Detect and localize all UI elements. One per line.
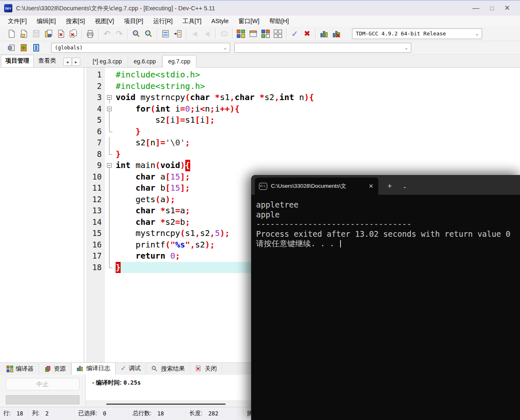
fold-marker[interactable] xyxy=(105,103,114,115)
tab-scroll-left-icon[interactable]: ◂ xyxy=(63,58,72,66)
fold-marker xyxy=(105,205,114,217)
open-file-icon[interactable] xyxy=(18,28,30,39)
code-line-8[interactable]: 8} xyxy=(84,149,520,160)
line-number: 17 xyxy=(84,250,105,262)
code-line-6[interactable]: 6 } xyxy=(84,126,520,138)
insert-icon[interactable] xyxy=(172,28,184,39)
tab-row: 项目管理查看类◂▸ [*] eg.3.cppeg.6.cppeg.7.cpp xyxy=(0,54,520,67)
panel-tab-1[interactable]: 查看类 xyxy=(34,55,61,67)
terminal-tab-close-icon[interactable]: ✕ xyxy=(368,183,374,189)
fold-marker xyxy=(105,126,114,138)
resources-icon xyxy=(44,365,51,373)
fold-marker xyxy=(105,239,114,251)
close-file-icon[interactable] xyxy=(55,28,67,39)
abort-button[interactable]: 中止 xyxy=(6,378,79,390)
members-select[interactable]: ⌄ xyxy=(234,43,411,53)
compile-icon[interactable] xyxy=(235,28,247,39)
menu-item-8[interactable]: 窗口[W] xyxy=(234,16,264,26)
editor-tab-2[interactable]: eg.7.cpp xyxy=(162,55,197,68)
fold-marker[interactable] xyxy=(105,160,114,171)
undo-icon: ↶ xyxy=(101,28,113,39)
compiler-select[interactable]: TDM-GCC 4.9.2 64-bit Release⌄ xyxy=(352,28,482,39)
menu-item-7[interactable]: AStyle xyxy=(207,17,233,25)
bottom-tab-3[interactable]: ✓调试 xyxy=(116,362,146,375)
minimize-button[interactable]: — xyxy=(472,4,479,12)
replace-icon[interactable] xyxy=(143,28,154,39)
menu-item-0[interactable]: 文件[F] xyxy=(3,16,31,26)
compiler-grid-icon xyxy=(7,366,13,372)
syntax-check-icon[interactable]: ✓ xyxy=(289,28,301,39)
code-line-4[interactable]: 4 for(int i=0;i<n;i++){ xyxy=(84,103,520,115)
code-line-3[interactable]: 3void mystrncpy(char *s1,char *s2,int n)… xyxy=(84,92,520,103)
maximize-button[interactable]: □ xyxy=(490,4,493,12)
cmd-icon: C:\ xyxy=(259,183,267,190)
close-all-icon[interactable] xyxy=(68,28,79,39)
terminal-line-0: appletree xyxy=(256,200,520,210)
secondary-toolbar: (globals)⌄⌄ xyxy=(0,41,520,54)
globals-select[interactable]: (globals)⌄ xyxy=(51,43,230,53)
project-panel[interactable] xyxy=(0,68,84,362)
goto-line-icon[interactable] xyxy=(160,28,171,39)
terminal-dropdown-icon[interactable]: ⌄ xyxy=(403,184,407,189)
code-line-1[interactable]: 1#include<stdio.h> xyxy=(84,69,520,81)
terminal-line-4: 请按任意键继续. . . xyxy=(256,239,520,249)
terminal-tab[interactable]: C:\ C:\Users\33028\Documents\文 ✕ xyxy=(255,177,378,195)
new-window-icon[interactable] xyxy=(6,42,17,53)
line-number: 6 xyxy=(84,126,105,138)
menu-item-9[interactable]: 帮助[H] xyxy=(265,16,294,26)
line-number: 2 xyxy=(84,81,105,92)
add-file-icon[interactable] xyxy=(18,42,30,53)
close-x-icon xyxy=(195,365,203,373)
remove-file-icon[interactable] xyxy=(30,42,42,53)
panel-tab-0[interactable]: 项目管理 xyxy=(1,55,34,67)
close-button[interactable]: ✕ xyxy=(504,4,510,12)
save-all-icon[interactable] xyxy=(43,28,54,39)
new-file-icon[interactable] xyxy=(6,28,17,39)
profile-icon[interactable] xyxy=(318,28,330,39)
code-line-7[interactable]: 7 s2[n]='\0'; xyxy=(84,137,520,149)
terminal-new-tab-button[interactable]: + xyxy=(387,182,392,191)
code-line-2[interactable]: 2#include<string.h> xyxy=(84,81,520,92)
fold-marker xyxy=(105,137,114,149)
menu-item-3[interactable]: 视图[V] xyxy=(90,16,119,26)
line-number: 5 xyxy=(84,114,105,126)
find-icon[interactable] xyxy=(131,28,142,39)
status-segment-1: 列:2 xyxy=(29,407,75,420)
terminal-tab-title: C:\Users\33028\Documents\文 xyxy=(271,182,364,190)
bottom-tab-5[interactable]: 关闭 xyxy=(190,363,222,375)
bottom-tab-2[interactable]: 编译日志 xyxy=(71,362,116,375)
terminal-line-1: apple xyxy=(256,210,520,220)
print-icon[interactable] xyxy=(84,28,96,39)
compile-run-icon[interactable] xyxy=(260,28,271,39)
line-number: 16 xyxy=(84,239,105,251)
scrollbar-thumb[interactable] xyxy=(106,404,226,405)
editor-tab-1[interactable]: eg.6.cpp xyxy=(128,56,162,67)
terminal-line-3: Process exited after 13.02 seconds with … xyxy=(256,229,520,239)
bottom-tab-4[interactable]: 搜索结果 xyxy=(146,363,190,375)
abort-icon[interactable]: ✖ xyxy=(301,28,313,39)
editor-tab-0[interactable]: [*] eg.3.cpp xyxy=(87,56,128,67)
menu-item-4[interactable]: 项目[P] xyxy=(119,16,148,26)
line-number: 11 xyxy=(84,182,105,194)
run-icon[interactable] xyxy=(247,28,259,39)
line-number: 13 xyxy=(84,205,105,217)
line-number: 15 xyxy=(84,228,105,239)
terminal-output[interactable]: appletreeapple--------------------------… xyxy=(251,195,520,249)
bottom-tab-0[interactable]: 编译器 xyxy=(2,363,39,375)
search-results-icon xyxy=(151,365,159,373)
debug-check-icon: ✓ xyxy=(121,364,126,373)
main-toolbar: ↶↷◀◀✓✖TDM-GCC 4.9.2 64-bit Release⌄ xyxy=(0,26,520,41)
code-line-5[interactable]: 5 s2[i]=s1[i]; xyxy=(84,114,520,126)
menu-item-2[interactable]: 搜索[S] xyxy=(61,16,90,26)
rebuild-icon[interactable] xyxy=(272,28,284,39)
fold-marker[interactable] xyxy=(105,92,114,103)
tab-scroll-right-icon[interactable]: ▸ xyxy=(72,58,80,66)
menu-item-1[interactable]: 编辑[E] xyxy=(32,16,61,26)
bottom-tab-1[interactable]: 资源 xyxy=(39,363,71,375)
chevron-down-icon: ⌄ xyxy=(405,45,408,50)
code-line-9[interactable]: 9int main(void){ xyxy=(84,160,520,171)
fold-marker xyxy=(105,182,114,194)
menu-item-6[interactable]: 工具[T] xyxy=(178,16,206,26)
menu-item-5[interactable]: 运行[R] xyxy=(149,16,177,26)
delete-profile-icon[interactable] xyxy=(331,28,342,39)
